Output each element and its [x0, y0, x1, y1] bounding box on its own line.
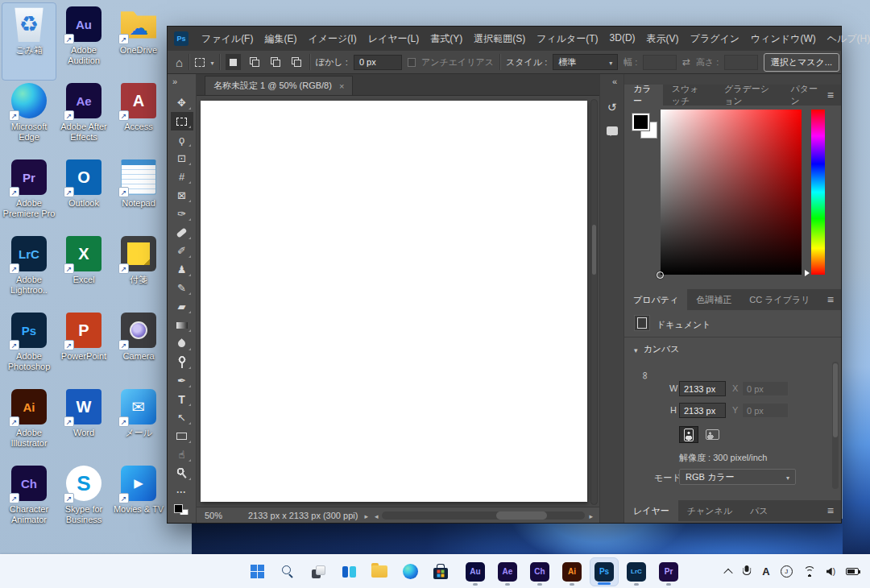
antialias-checkbox[interactable] — [408, 58, 416, 67]
menu-item[interactable]: フィルター(T) — [531, 31, 603, 48]
dodge-tool[interactable] — [171, 353, 193, 371]
search-button[interactable] — [274, 558, 301, 586]
link-dimensions-icon[interactable] — [640, 372, 652, 379]
horizontal-scrollbar-thumb[interactable] — [496, 511, 547, 520]
adobe-audition[interactable]: Au Adobe Audition — [57, 3, 110, 80]
type-tool[interactable]: T — [171, 390, 193, 408]
microsoft-edge[interactable]: Microsoft Edge — [2, 80, 56, 156]
marquee-preset-icon[interactable] — [195, 58, 205, 67]
panel-scrollbar[interactable] — [832, 362, 839, 489]
color-picker-cursor[interactable] — [657, 271, 664, 279]
vertical-scrollbar[interactable] — [590, 99, 598, 505]
menu-item[interactable]: 選択範囲(S) — [468, 31, 531, 48]
access[interactable]: A Access — [112, 80, 165, 156]
hidden-icons-chevron-icon[interactable] — [724, 568, 733, 577]
taskbar-after-effects[interactable]: Ae — [493, 557, 522, 586]
ime-j-icon[interactable] — [781, 565, 793, 578]
hue-slider-pointer[interactable] — [805, 270, 810, 276]
start-button[interactable] — [243, 558, 271, 586]
foreground-color-swatch[interactable] — [632, 114, 649, 130]
excel[interactable]: X Excel — [57, 233, 110, 309]
taskbar-photoshop[interactable]: Ps — [590, 557, 619, 586]
lasso-tool[interactable]: ϙ — [171, 130, 193, 149]
edit-toolbar[interactable]: ••• — [171, 482, 193, 501]
color-mode-select[interactable]: RGB カラー — [679, 469, 796, 485]
brush-tool[interactable]: ✐ — [171, 242, 193, 260]
recycle-bin[interactable]: ♻ ごみ箱 — [2, 3, 56, 80]
saturation-brightness-field[interactable] — [661, 110, 802, 275]
zoom-tool[interactable] — [171, 464, 193, 482]
menu-item[interactable]: レイヤー(L) — [362, 31, 425, 48]
panel-tab[interactable]: プロパティ — [624, 289, 687, 310]
healing-brush-tool[interactable] — [171, 223, 193, 242]
add-selection-button[interactable] — [246, 54, 262, 70]
mail[interactable]: ✉ メール — [112, 386, 165, 462]
canvas-area[interactable] — [197, 96, 599, 507]
panel-menu-icon[interactable] — [827, 292, 841, 307]
feather-input[interactable]: 0 px — [354, 55, 402, 70]
home-icon[interactable] — [176, 56, 183, 69]
panel-tab[interactable]: チャンネル — [678, 500, 741, 521]
menu-item[interactable]: 3D(D) — [604, 31, 641, 48]
canvas-height-input[interactable]: 2133 px — [679, 403, 726, 418]
battery-icon[interactable] — [846, 568, 859, 575]
store-button[interactable] — [427, 558, 454, 586]
height-input[interactable] — [724, 55, 758, 70]
adobe-after-effects[interactable]: Ae Adobe After Effects — [57, 80, 110, 156]
vertical-scrollbar-thumb[interactable] — [592, 225, 596, 275]
word[interactable]: W Word — [57, 386, 110, 462]
panel-tab[interactable]: レイヤー — [624, 500, 678, 521]
foreground-background-swatches[interactable] — [173, 503, 191, 515]
comments-panel-icon[interactable] — [603, 121, 622, 140]
scroll-left-icon[interactable] — [375, 511, 379, 520]
panel-tab[interactable]: CC ライブラリ — [740, 289, 818, 310]
canvas[interactable] — [201, 101, 587, 502]
rectangular-marquee-tool[interactable] — [171, 112, 193, 130]
portrait-orientation-button[interactable] — [679, 426, 698, 443]
select-and-mask-button[interactable]: 選択とマスク... — [764, 53, 839, 72]
clone-stamp-tool[interactable]: ♟ — [171, 260, 193, 279]
panel-tab[interactable]: グラデーション — [715, 85, 781, 106]
new-selection-button[interactable] — [226, 54, 241, 70]
panel-tab[interactable]: スウォッチ — [663, 85, 715, 106]
panel-menu-icon[interactable] — [827, 503, 841, 518]
taskbar-character-animator[interactable]: Ch — [525, 557, 554, 586]
adobe-illustrator[interactable]: Ai Adobe Illustrator — [2, 386, 56, 462]
foreground-color-swatch[interactable] — [174, 504, 183, 513]
widgets-button[interactable] — [335, 558, 362, 586]
canvas-width-input[interactable]: 2133 px — [679, 381, 726, 396]
history-panel-icon[interactable] — [603, 97, 622, 117]
menu-item[interactable]: イメージ(I) — [302, 31, 362, 48]
blur-tool[interactable] — [171, 334, 193, 353]
tools-collapse-icon[interactable]: » — [168, 74, 177, 93]
edge-button[interactable] — [396, 558, 424, 586]
eraser-tool[interactable]: ▰ — [171, 297, 193, 316]
zoom-level[interactable]: 50% — [197, 511, 242, 520]
panel-tab[interactable]: 色調補正 — [687, 289, 740, 310]
eyedropper-tool[interactable]: ✑ — [171, 205, 193, 223]
camera[interactable]: Camera — [112, 309, 165, 386]
width-input[interactable] — [643, 55, 677, 70]
skype-for-business[interactable]: S Skype for Business — [57, 462, 110, 539]
tab-close-icon[interactable]: × — [339, 81, 344, 91]
document-tab[interactable]: 名称未設定 1 @ 50% (RGB/8) × — [205, 76, 353, 95]
taskbar-illustrator[interactable]: Ai — [557, 557, 586, 586]
sticky-notes[interactable]: 付箋 — [112, 233, 165, 309]
path-selection-tool[interactable]: ↖ — [171, 408, 193, 427]
hand-tool[interactable]: ☝ — [171, 445, 193, 464]
panel-tab[interactable]: カラー — [624, 85, 663, 106]
hue-slider[interactable] — [811, 110, 825, 275]
adobe-premiere-pro[interactable]: Pr Adobe Premiere Pro — [2, 156, 56, 233]
powerpoint[interactable]: P PowerPoint — [57, 309, 110, 386]
movies-and-tv[interactable]: ▶ Movies & TV — [112, 462, 165, 539]
character-animator[interactable]: Ch Character Animator — [2, 462, 56, 539]
taskbar-audition[interactable]: Au — [461, 557, 490, 586]
volume-icon[interactable] — [826, 567, 835, 576]
menu-item[interactable]: 編集(E) — [259, 31, 302, 48]
file-explorer-button[interactable] — [366, 558, 393, 586]
wifi-icon[interactable] — [803, 566, 816, 577]
menu-item[interactable]: ヘルプ(H) — [822, 31, 870, 48]
gradient-tool[interactable] — [171, 316, 193, 334]
document-type-icon[interactable] — [634, 315, 650, 331]
rectangle-tool[interactable] — [171, 427, 193, 445]
